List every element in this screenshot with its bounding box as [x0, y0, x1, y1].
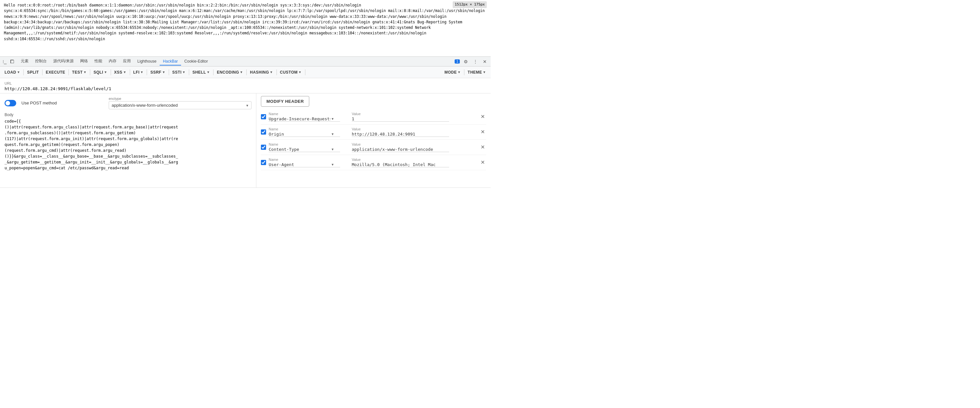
lfi-caret: ▼: [140, 70, 143, 74]
tab-console[interactable]: 控制台: [32, 57, 50, 66]
separator-2: [42, 70, 43, 75]
header-name-input-2[interactable]: [269, 132, 330, 137]
modify-header-button[interactable]: MODIFY HEADER: [261, 96, 309, 107]
theme-button[interactable]: THEME ▼: [466, 69, 488, 76]
header-name-value-1: Name ▼ Value: [269, 112, 477, 122]
post-toggle[interactable]: [5, 100, 16, 106]
header-name-wrapper-2: ▼: [269, 132, 340, 137]
body-left-panel: Use POST method enctype application/x-ww…: [0, 94, 256, 187]
separator-4: [90, 70, 90, 75]
close-icon[interactable]: ✕: [482, 59, 488, 65]
header-checkbox-1[interactable]: [261, 114, 266, 119]
hackbar-toolbar: LOAD ▼ SPLIT EXECUTE TEST ▼ SQLI ▼ XSS ▼…: [0, 67, 491, 78]
header-name-value-4: Name ▼ Value: [269, 158, 477, 167]
header-name-caret-3[interactable]: ▼: [330, 147, 335, 152]
load-button[interactable]: LOAD ▼: [3, 69, 22, 76]
header-name-group-3: Name ▼: [269, 142, 347, 152]
header-value-label-4: Value: [352, 158, 477, 162]
body-textarea[interactable]: code={{ ()|attr(request.form.argu_class)…: [5, 118, 251, 183]
ssti-button[interactable]: SSTI ▼: [170, 69, 188, 76]
header-value-group-1: Value: [352, 112, 477, 122]
custom-caret: ▼: [298, 70, 301, 74]
header-checkbox-3[interactable]: [261, 144, 266, 150]
header-name-input-3[interactable]: [269, 147, 330, 152]
enctype-label: enctype: [109, 97, 251, 100]
tab-hackbar[interactable]: HackBar: [160, 58, 181, 65]
header-name-value-3: Name ▼ Value: [269, 142, 477, 152]
tab-elements[interactable]: 元素: [18, 57, 32, 66]
url-value[interactable]: http://120.48.128.24:9091/flasklab/level…: [5, 86, 486, 91]
header-value-label-1: Value: [352, 112, 477, 116]
elements-icon[interactable]: ⧠: [10, 59, 14, 64]
header-delete-btn-1[interactable]: ✕: [479, 114, 486, 120]
header-row-1: Name ▼ Value ✕: [261, 112, 486, 125]
header-delete-btn-3[interactable]: ✕: [479, 144, 486, 151]
tab-cookie-editor[interactable]: Cookie-Editor: [181, 58, 211, 65]
header-name-label-3: Name: [269, 142, 347, 146]
header-name-caret-2[interactable]: ▼: [330, 132, 335, 137]
terminal-text: Hello root:x:0:0:root:/root:/bin/bash da…: [4, 3, 485, 41]
encoding-button[interactable]: ENCODING ▼: [215, 69, 245, 76]
mode-button[interactable]: MODE ▼: [442, 69, 463, 76]
header-name-group-2: Name ▼: [269, 127, 347, 137]
url-section: URL http://120.48.128.24:9091/flasklab/l…: [0, 78, 491, 94]
tab-application[interactable]: 应用: [120, 57, 134, 66]
terminal-output: 1512px × 175px Hello root:x:0:0:root:/ro…: [0, 0, 491, 57]
post-method-row: Use POST method enctype application/x-ww…: [5, 97, 251, 109]
xss-button[interactable]: XSS ▼: [112, 69, 129, 76]
mode-caret: ▼: [458, 70, 461, 74]
settings-icon[interactable]: ⚙: [462, 59, 469, 65]
split-button[interactable]: SPLIT: [25, 69, 41, 76]
notification-badge: 1: [455, 59, 460, 64]
lfi-button[interactable]: LFI ▼: [131, 69, 146, 76]
header-name-caret-4[interactable]: ▼: [330, 162, 335, 167]
header-name-label-4: Name: [269, 158, 347, 162]
shell-button[interactable]: SHELL ▼: [191, 69, 212, 76]
header-row-3: Name ▼ Value ✕: [261, 142, 486, 155]
sqli-caret: ▼: [104, 70, 107, 74]
tab-network[interactable]: 网络: [77, 57, 91, 66]
tab-memory[interactable]: 内存: [105, 57, 120, 66]
header-value-input-1[interactable]: [352, 116, 449, 122]
header-row-2: Name ▼ Value ✕: [261, 127, 486, 140]
hashing-button[interactable]: HASHING ▼: [248, 69, 275, 76]
separator-9: [189, 70, 189, 75]
header-value-input-4[interactable]: [352, 162, 449, 167]
separator-12: [277, 70, 277, 75]
url-label: URL: [5, 81, 486, 85]
sqli-button[interactable]: SQLI ▼: [92, 69, 109, 76]
tab-lighthouse[interactable]: Lighthouse: [134, 58, 160, 65]
header-delete-btn-2[interactable]: ✕: [479, 129, 486, 135]
test-button[interactable]: TEST ▼: [70, 69, 89, 76]
headers-container: Name ▼ Value ✕: [261, 111, 486, 170]
cursor-icon[interactable]: ⁝⎯: [3, 59, 6, 64]
enctype-select[interactable]: application/x-www-form-urlencoded multip…: [109, 101, 251, 109]
separator-6: [130, 70, 130, 75]
header-name-wrapper-1: ▼: [269, 116, 340, 122]
header-name-caret-1[interactable]: ▼: [330, 116, 335, 121]
header-value-group-2: Value: [352, 127, 477, 137]
body-section: Use POST method enctype application/x-ww…: [0, 94, 491, 188]
separator-3: [68, 70, 69, 75]
toggle-slider[interactable]: [5, 100, 16, 106]
tab-sources[interactable]: 源代码/来源: [50, 57, 77, 66]
ssrf-caret: ▼: [162, 70, 165, 74]
header-value-input-3[interactable]: [352, 147, 449, 152]
ssrf-button[interactable]: SSRF ▼: [148, 69, 167, 76]
header-name-wrapper-3: ▼: [269, 147, 340, 152]
test-caret: ▼: [83, 70, 87, 74]
custom-button[interactable]: CUSTOM ▼: [278, 69, 304, 76]
tab-performance[interactable]: 性能: [91, 57, 105, 66]
more-icon[interactable]: ⋮: [472, 59, 479, 65]
devtools-tabbar: ⁝⎯ ⧠ 元素 控制台 源代码/来源 网络 性能 内存 应用 Lighthous…: [0, 57, 491, 67]
execute-button[interactable]: EXECUTE: [44, 69, 67, 76]
header-name-input-4[interactable]: [269, 162, 330, 167]
header-name-group-1: Name ▼: [269, 112, 347, 122]
header-name-input-1[interactable]: [269, 116, 330, 121]
header-checkbox-2[interactable]: [261, 129, 266, 135]
header-value-input-2[interactable]: [352, 132, 449, 137]
separator-13: [305, 70, 305, 75]
enctype-select-wrapper[interactable]: application/x-www-form-urlencoded multip…: [109, 101, 251, 109]
header-checkbox-4[interactable]: [261, 160, 266, 165]
header-delete-btn-4[interactable]: ✕: [479, 159, 486, 166]
